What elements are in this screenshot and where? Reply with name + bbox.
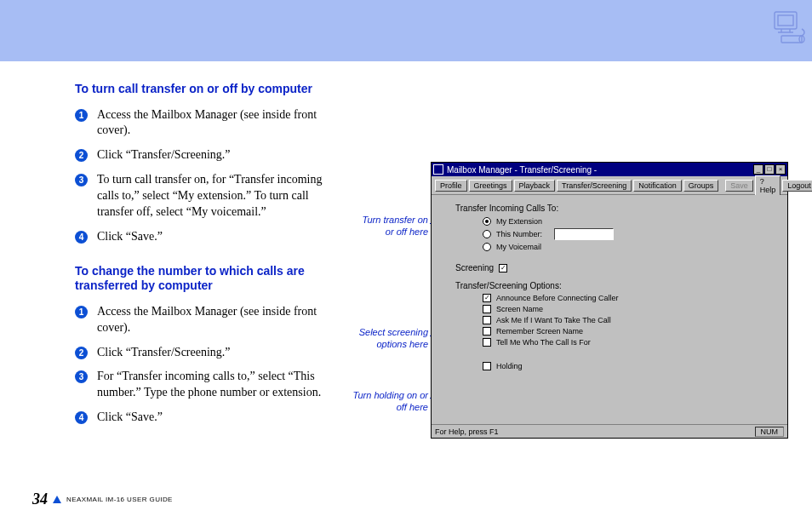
- window-title: Mailbox Manager - Transfer/Screening -: [447, 165, 597, 175]
- check-announce[interactable]: ✓Announce Before Connecting Caller: [483, 294, 775, 302]
- callout-screening: Select screening options here: [352, 327, 428, 351]
- checkbox-icon: [483, 338, 491, 347]
- checkbox-icon: [483, 305, 491, 313]
- label-options: Transfer/Screening Options:: [455, 281, 775, 290]
- list-item: 3For “Transfer incoming calls to,” selec…: [75, 369, 339, 401]
- step-badge: 2: [75, 347, 88, 359]
- toolbar-groups[interactable]: Groups: [683, 180, 719, 192]
- radio-my-extension[interactable]: My Extension: [483, 217, 775, 226]
- page-footer: 34 NEAXMAIL IM-16 USER GUIDE: [32, 490, 173, 508]
- toolbar-help[interactable]: ? Help: [755, 175, 781, 196]
- label-transfer-to: Transfer Incoming Calls To:: [455, 204, 775, 213]
- step-badge: 3: [75, 370, 88, 383]
- svg-rect-1: [778, 15, 793, 26]
- section-heading-1: To turn call transfer on or off by compu…: [75, 82, 339, 97]
- callout-holding: Turn holding on or off here: [352, 390, 428, 414]
- step-text: Access the Mailbox Manager (see inside f…: [97, 108, 317, 137]
- checkbox-icon: [483, 362, 491, 370]
- checkbox-icon: [483, 327, 491, 336]
- step-text: Click “Save.”: [97, 410, 163, 423]
- page-number: 34: [32, 490, 48, 508]
- close-button[interactable]: ×: [775, 164, 786, 175]
- radio-icon: [483, 230, 491, 238]
- header-banner: [0, 0, 812, 61]
- list-item: 4Click “Save.”: [75, 410, 339, 426]
- app-screenshot: Mailbox Manager - Transfer/Screening - _…: [431, 162, 788, 439]
- phone-number-input[interactable]: [554, 228, 614, 240]
- step-badge: 2: [75, 149, 88, 162]
- radio-icon: [483, 217, 491, 226]
- check-remember[interactable]: Remember Screen Name: [483, 327, 775, 336]
- toolbar-playback[interactable]: Playback: [514, 180, 556, 192]
- form-body: Transfer Incoming Calls To: My Extension…: [432, 195, 787, 425]
- toolbar-profile[interactable]: Profile: [435, 180, 467, 192]
- check-screen-name[interactable]: Screen Name: [483, 305, 775, 313]
- check-label: Ask Me If I Want To Take The Call: [496, 316, 611, 324]
- check-holding[interactable]: Holding: [483, 362, 775, 370]
- minimize-button[interactable]: _: [753, 164, 763, 175]
- toolbar-notification[interactable]: Notification: [633, 180, 682, 192]
- step-text: For “Transfer incoming calls to,” select…: [97, 370, 321, 399]
- steps-list-2: 1Access the Mailbox Manager (see inside …: [75, 304, 339, 426]
- step-badge: 4: [75, 411, 88, 424]
- step-text: Click “Transfer/Screening.”: [97, 346, 231, 359]
- status-bar: For Help, press F1 NUM: [432, 424, 787, 438]
- toolbar: Profile Greetings Playback Transfer/Scre…: [432, 176, 787, 195]
- checkbox-icon: ✓: [499, 264, 507, 272]
- step-badge: 4: [75, 231, 88, 244]
- check-label: Announce Before Connecting Caller: [496, 294, 619, 302]
- triangle-icon: [53, 496, 61, 503]
- computer-icon: [769, 9, 807, 46]
- step-text: Click “Transfer/Screening.”: [97, 148, 231, 161]
- screening-toggle[interactable]: Screening✓: [455, 263, 775, 272]
- list-item: 4Click “Save.”: [75, 229, 339, 245]
- check-label: Tell Me Who The Call Is For: [496, 338, 591, 347]
- callout-transfer: Turn transfer on or off here: [352, 215, 428, 238]
- check-ask[interactable]: Ask Me If I Want To Take The Call: [483, 316, 775, 324]
- toolbar-transfer[interactable]: Transfer/Screening: [557, 180, 632, 192]
- step-text: Access the Mailbox Manager (see inside f…: [97, 305, 317, 334]
- list-item: 3To turn call transfer on, for “Transfer…: [75, 172, 339, 221]
- step-badge: 1: [75, 306, 88, 318]
- section-heading-2: To change the number to which calls are …: [75, 264, 339, 294]
- step-text: To turn call transfer on, for “Transfer …: [97, 173, 322, 218]
- list-item: 1Access the Mailbox Manager (see inside …: [75, 304, 339, 336]
- radio-icon: [483, 243, 491, 251]
- guide-title: NEAXMAIL IM-16 USER GUIDE: [66, 496, 173, 503]
- check-label: Screen Name: [496, 305, 543, 313]
- instruction-column: To turn call transfer on or off by compu…: [75, 82, 339, 445]
- toolbar-save[interactable]: Save: [725, 180, 753, 192]
- list-item: 2Click “Transfer/Screening.”: [75, 345, 339, 361]
- step-badge: 1: [75, 109, 88, 122]
- toolbar-logout[interactable]: Logout: [782, 180, 812, 192]
- status-num-indicator: NUM: [755, 427, 785, 437]
- list-item: 2Click “Transfer/Screening.”: [75, 147, 339, 163]
- toolbar-greetings[interactable]: Greetings: [469, 180, 512, 192]
- radio-label: My Voicemail: [496, 243, 541, 251]
- checkbox-icon: [483, 316, 491, 324]
- screening-label: Screening: [455, 263, 494, 272]
- check-label: Holding: [496, 362, 523, 370]
- check-label: Remember Screen Name: [496, 327, 583, 336]
- check-tell[interactable]: Tell Me Who The Call Is For: [483, 338, 775, 347]
- step-text: Click “Save.”: [97, 230, 163, 243]
- checkbox-icon: ✓: [483, 294, 491, 302]
- radio-this-number[interactable]: This Number:: [483, 228, 775, 240]
- radio-label: My Extension: [496, 217, 542, 226]
- system-menu-icon[interactable]: [433, 164, 443, 175]
- status-help-text: For Help, press F1: [435, 427, 499, 436]
- radio-my-voicemail[interactable]: My Voicemail: [483, 243, 775, 251]
- list-item: 1Access the Mailbox Manager (see inside …: [75, 107, 339, 140]
- radio-label: This Number:: [496, 230, 542, 238]
- maximize-button[interactable]: □: [764, 164, 775, 175]
- window-titlebar: Mailbox Manager - Transfer/Screening - _…: [432, 163, 787, 176]
- step-badge: 3: [75, 174, 88, 186]
- steps-list-1: 1Access the Mailbox Manager (see inside …: [75, 107, 339, 245]
